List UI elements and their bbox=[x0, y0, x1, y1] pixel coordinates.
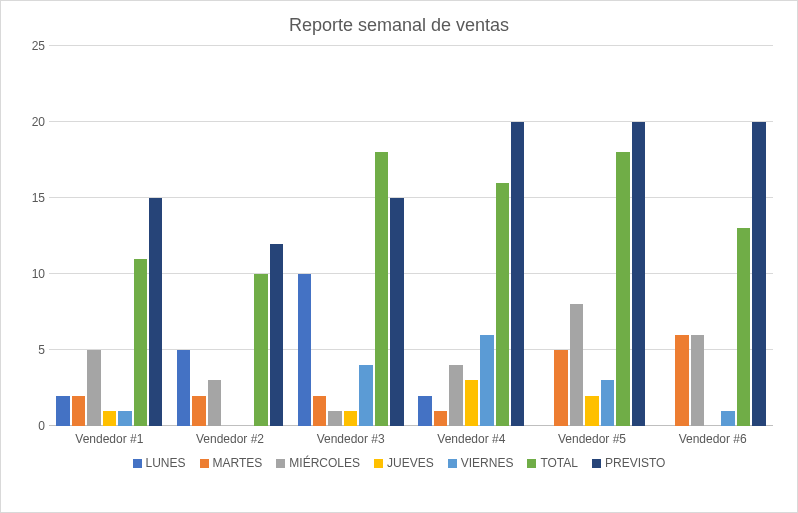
legend-item: PREVISTO bbox=[592, 456, 665, 470]
legend-swatch bbox=[133, 459, 142, 468]
legend-item: TOTAL bbox=[527, 456, 578, 470]
bar-group bbox=[411, 46, 532, 426]
bar bbox=[675, 335, 688, 426]
bar-groups bbox=[49, 46, 773, 426]
legend-swatch bbox=[592, 459, 601, 468]
legend-item: LUNES bbox=[133, 456, 186, 470]
bar bbox=[480, 335, 493, 426]
legend-item: VIERNES bbox=[448, 456, 514, 470]
x-tick-label: Vendedor #1 bbox=[49, 432, 170, 446]
bar-group bbox=[170, 46, 291, 426]
legend-swatch bbox=[448, 459, 457, 468]
bar bbox=[134, 259, 147, 426]
legend-swatch bbox=[527, 459, 536, 468]
bar bbox=[328, 411, 341, 426]
legend-label: TOTAL bbox=[540, 456, 578, 470]
bar bbox=[585, 396, 598, 426]
bar bbox=[570, 304, 583, 426]
x-tick-label: Vendedor #5 bbox=[532, 432, 653, 446]
y-tick-label: 10 bbox=[32, 267, 45, 281]
x-tick-label: Vendedor #3 bbox=[290, 432, 411, 446]
bar bbox=[298, 274, 311, 426]
bar bbox=[149, 198, 162, 426]
bar bbox=[177, 350, 190, 426]
x-tick-label: Vendedor #6 bbox=[652, 432, 773, 446]
y-tick-label: 5 bbox=[38, 343, 45, 357]
legend-item: MIÉRCOLES bbox=[276, 456, 360, 470]
bar-group bbox=[49, 46, 170, 426]
bar bbox=[434, 411, 447, 426]
bars bbox=[177, 46, 283, 426]
bar bbox=[87, 350, 100, 426]
y-tick-label: 25 bbox=[32, 39, 45, 53]
bars bbox=[418, 46, 524, 426]
bar-group bbox=[290, 46, 411, 426]
bar bbox=[554, 350, 567, 426]
legend-label: VIERNES bbox=[461, 456, 514, 470]
bar bbox=[465, 380, 478, 426]
bar bbox=[496, 183, 509, 426]
bar-group bbox=[532, 46, 653, 426]
legend: LUNESMARTESMIÉRCOLESJUEVESVIERNESTOTALPR… bbox=[17, 456, 781, 470]
bar bbox=[192, 396, 205, 426]
bar bbox=[737, 228, 750, 426]
bar bbox=[616, 152, 629, 426]
bars bbox=[660, 46, 766, 426]
legend-label: JUEVES bbox=[387, 456, 434, 470]
bar bbox=[118, 411, 131, 426]
legend-label: MIÉRCOLES bbox=[289, 456, 360, 470]
bar bbox=[208, 380, 221, 426]
bar bbox=[632, 122, 645, 426]
bars bbox=[56, 46, 162, 426]
bar bbox=[449, 365, 462, 426]
bar bbox=[691, 335, 704, 426]
bars bbox=[539, 46, 645, 426]
legend-item: MARTES bbox=[200, 456, 263, 470]
bar bbox=[418, 396, 431, 426]
legend-swatch bbox=[374, 459, 383, 468]
bars bbox=[298, 46, 404, 426]
bar bbox=[72, 396, 85, 426]
y-axis: 0510152025 bbox=[17, 46, 49, 426]
bar bbox=[390, 198, 403, 426]
legend-label: PREVISTO bbox=[605, 456, 665, 470]
legend-swatch bbox=[276, 459, 285, 468]
bar bbox=[375, 152, 388, 426]
legend-item: JUEVES bbox=[374, 456, 434, 470]
bar bbox=[601, 380, 614, 426]
bar bbox=[313, 396, 326, 426]
bar bbox=[752, 122, 765, 426]
bar bbox=[721, 411, 734, 426]
y-tick-label: 15 bbox=[32, 191, 45, 205]
x-axis-labels: Vendedor #1Vendedor #2Vendedor #3Vendedo… bbox=[49, 432, 773, 446]
bar bbox=[270, 244, 283, 426]
bar bbox=[344, 411, 357, 426]
bar bbox=[359, 365, 372, 426]
legend-label: LUNES bbox=[146, 456, 186, 470]
legend-label: MARTES bbox=[213, 456, 263, 470]
bar bbox=[254, 274, 267, 426]
bar bbox=[511, 122, 524, 426]
x-tick-label: Vendedor #4 bbox=[411, 432, 532, 446]
chart-frame: Reporte semanal de ventas 0510152025 Ven… bbox=[0, 0, 798, 513]
bar-group bbox=[652, 46, 773, 426]
plot-area: 0510152025 bbox=[49, 46, 773, 426]
y-tick-label: 20 bbox=[32, 115, 45, 129]
legend-swatch bbox=[200, 459, 209, 468]
bar bbox=[56, 396, 69, 426]
y-tick-label: 0 bbox=[38, 419, 45, 433]
chart-title: Reporte semanal de ventas bbox=[17, 15, 781, 36]
x-tick-label: Vendedor #2 bbox=[170, 432, 291, 446]
bar bbox=[103, 411, 116, 426]
